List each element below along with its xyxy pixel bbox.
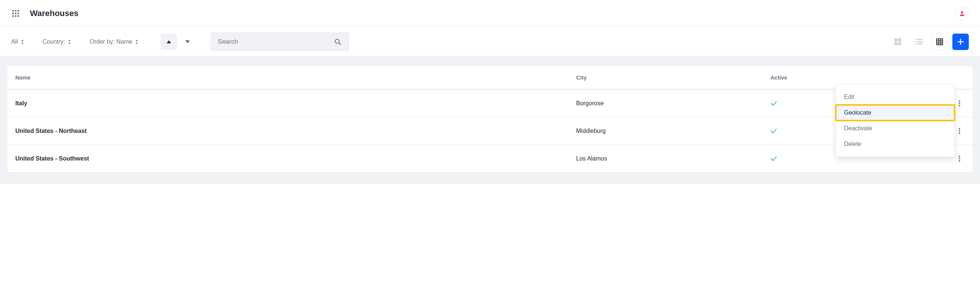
warehouses-table: Name City Active Italy Borgorose Edit Ge… (7, 66, 973, 173)
check-icon (770, 156, 777, 161)
svg-point-9 (961, 11, 963, 13)
svg-rect-21 (917, 43, 923, 44)
svg-rect-19 (917, 41, 923, 42)
menu-item-geolocate[interactable]: Geolocate (836, 105, 955, 121)
svg-line-11 (339, 43, 341, 45)
cards-icon (894, 38, 901, 45)
filter-country-label: Country: (43, 38, 65, 45)
svg-rect-13 (898, 38, 901, 41)
user-avatar[interactable] (955, 7, 969, 20)
apps-menu-button[interactable] (11, 9, 20, 18)
search-icon (334, 38, 341, 45)
kebab-icon (959, 156, 960, 162)
svg-rect-15 (898, 42, 901, 45)
svg-rect-20 (915, 43, 916, 44)
row-actions-button[interactable] (954, 153, 965, 164)
table-icon (936, 38, 943, 45)
caret-sort-icon (68, 40, 71, 44)
svg-point-29 (959, 100, 960, 102)
svg-rect-7 (15, 15, 16, 17)
svg-rect-2 (18, 10, 19, 11)
svg-rect-16 (915, 39, 916, 40)
search-input[interactable] (211, 38, 326, 46)
add-button[interactable] (952, 33, 969, 50)
svg-rect-3 (12, 13, 14, 14)
table-header: Name City Active (7, 66, 973, 89)
table-row[interactable]: Italy Borgorose Edit Geolocate Deactivat… (7, 89, 973, 117)
caret-up-icon (167, 40, 171, 43)
sort-direction-group (161, 33, 196, 50)
row-actions-button[interactable] (954, 126, 965, 136)
view-cards-button[interactable] (889, 33, 906, 50)
svg-point-31 (959, 105, 960, 106)
table-row[interactable]: United States - Southwest Los Alamos (7, 145, 973, 172)
caret-down-icon (185, 40, 190, 43)
svg-rect-8 (18, 15, 19, 17)
view-list-button[interactable] (910, 33, 927, 50)
user-icon (959, 10, 965, 16)
toolbar: All Country: Order by: Name (0, 27, 980, 57)
svg-rect-5 (18, 13, 19, 14)
kebab-icon (959, 128, 960, 134)
menu-item-deactivate[interactable]: Deactivate (836, 121, 955, 136)
search-button[interactable] (326, 33, 348, 51)
search-box (211, 32, 349, 51)
svg-rect-6 (12, 15, 14, 17)
page-title: Warehouses (30, 9, 78, 18)
svg-point-33 (959, 130, 960, 132)
cell-name: Italy (15, 100, 576, 107)
list-icon (915, 39, 923, 45)
menu-item-edit[interactable]: Edit (836, 89, 955, 105)
svg-point-32 (959, 128, 960, 130)
caret-sort-icon (135, 40, 138, 44)
cell-name: United States - Northeast (15, 128, 576, 134)
grid-icon (12, 10, 19, 17)
menu-item-delete[interactable]: Delete (836, 136, 955, 152)
svg-point-37 (959, 160, 960, 162)
svg-point-34 (959, 132, 960, 134)
content-area: Name City Active Italy Borgorose Edit Ge… (0, 57, 980, 184)
cell-name: United States - Southwest (15, 155, 576, 162)
svg-rect-18 (915, 41, 916, 42)
plus-icon (957, 38, 964, 45)
svg-point-30 (959, 103, 960, 104)
svg-rect-17 (917, 39, 923, 40)
filter-country[interactable]: Country: (43, 38, 78, 45)
top-bar: Warehouses (0, 0, 980, 27)
sort-descending-button[interactable] (179, 33, 196, 50)
view-table-button[interactable] (931, 33, 948, 50)
column-header-active[interactable]: Active (770, 74, 939, 81)
check-icon (770, 129, 777, 133)
svg-point-10 (335, 39, 339, 43)
svg-rect-22 (937, 39, 943, 45)
column-header-city[interactable]: City (576, 74, 770, 81)
svg-rect-4 (15, 13, 16, 14)
caret-sort-icon (21, 40, 24, 44)
svg-point-36 (959, 158, 960, 159)
order-by[interactable]: Order by: Name (90, 38, 146, 45)
row-actions-menu: Edit Geolocate Deactivate Delete (835, 84, 955, 157)
order-by-label: Order by: Name (90, 38, 132, 45)
column-header-name[interactable]: Name (15, 74, 576, 81)
cell-city: Middleburg (576, 128, 770, 134)
cell-city: Borgorose (576, 100, 770, 107)
sort-ascending-button[interactable] (161, 33, 177, 50)
filter-all-label: All (11, 38, 18, 45)
kebab-icon (959, 100, 960, 106)
svg-rect-12 (894, 38, 897, 41)
cell-city: Los Alamos (576, 155, 770, 162)
filter-all[interactable]: All (11, 38, 31, 45)
svg-rect-1 (15, 10, 16, 11)
row-actions-button[interactable] (954, 98, 965, 109)
check-icon (770, 101, 777, 106)
svg-rect-14 (894, 42, 897, 45)
svg-point-35 (959, 156, 960, 157)
svg-rect-0 (12, 10, 14, 11)
table-row[interactable]: United States - Northeast Middleburg (7, 117, 973, 145)
